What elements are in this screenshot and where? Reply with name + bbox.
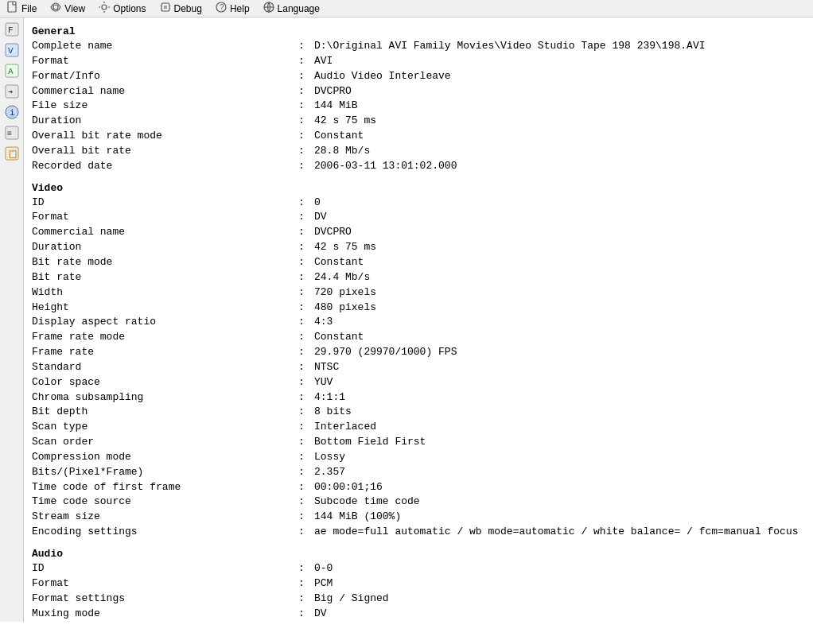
row-colon: : — [298, 255, 314, 270]
row-value: 144 MiB — [314, 99, 805, 114]
row-key: Complete name — [32, 39, 298, 54]
debug-icon — [159, 1, 172, 16]
sidebar-icon-4[interactable]: ➜ — [3, 83, 21, 100]
row-value: 42 s 75 ms — [314, 240, 805, 255]
svg-text:➜: ➜ — [8, 88, 13, 97]
svg-point-2 — [102, 5, 107, 10]
sidebar-icon-5[interactable]: i — [3, 103, 21, 121]
table-row: Bit rate: 24.4 Mb/s — [32, 270, 805, 285]
row-colon: : — [298, 420, 314, 435]
table-row: Complete name: D:\Original AVI Family Mo… — [32, 39, 805, 54]
menu-options[interactable]: Options — [95, 0, 149, 17]
row-colon: : — [298, 375, 314, 390]
general-header: General — [32, 25, 805, 37]
table-row: Chroma subsampling: 4:1:1 — [32, 390, 805, 405]
row-colon: : — [298, 405, 314, 420]
sidebar-icon-2[interactable]: V — [3, 41, 21, 59]
row-value: D:\Original AVI Family Movies\Video Stud… — [314, 39, 805, 54]
table-row: ID: 0 — [32, 196, 805, 211]
row-colon: : — [298, 330, 314, 345]
row-value: Interlaced — [314, 420, 805, 435]
row-colon: : — [298, 240, 314, 255]
row-colon: : — [298, 561, 314, 576]
sidebar-icon-1[interactable]: F — [3, 21, 21, 38]
row-colon: : — [298, 210, 314, 225]
row-colon: : — [298, 129, 314, 144]
audio-section: ID: 0-0Format: PCMFormat settings: Big /… — [32, 561, 805, 622]
table-row: Height: 480 pixels — [32, 301, 805, 316]
row-value: PCM — [314, 576, 805, 592]
table-row: Stream size: 144 MiB (100%) — [32, 510, 805, 525]
svg-text:F: F — [8, 25, 14, 35]
table-row: Format: DV — [32, 210, 805, 225]
row-value: 4:1:1 — [314, 390, 805, 405]
row-value: DVCPRO — [314, 84, 805, 99]
row-colon: : — [298, 607, 314, 622]
video-section: ID: 0Format: DVCommercial name: DVCPRODu… — [32, 196, 805, 540]
row-key: Bits/(Pixel*Frame) — [32, 465, 298, 480]
row-value: 720 pixels — [314, 285, 805, 301]
table-row: Muxing mode, more info: Muxed in Video #… — [32, 621, 805, 622]
table-row: Duration: 42 s 75 ms — [32, 114, 805, 129]
language-icon — [263, 1, 275, 16]
row-colon: : — [298, 159, 314, 174]
row-key: Format/Info — [32, 69, 298, 84]
sidebar-icon-7[interactable]: 📋 — [3, 145, 21, 162]
row-colon: : — [298, 285, 314, 301]
table-row: Recorded date: 2006-03-11 13:01:02.000 — [32, 159, 805, 174]
table-row: Frame rate: 29.970 (29970/1000) FPS — [32, 345, 805, 360]
row-colon: : — [298, 480, 314, 495]
menu-debug[interactable]: Debug — [156, 0, 205, 17]
row-value: Big / Signed — [314, 592, 805, 607]
table-row: Bits/(Pixel*Frame): 2.357 — [32, 465, 805, 480]
row-key: ID — [32, 561, 298, 576]
row-value: 8 bits — [314, 405, 805, 420]
menu-help[interactable]: ? Help — [212, 0, 253, 17]
row-colon: : — [298, 345, 314, 360]
options-icon — [98, 1, 111, 16]
row-value: 0 — [314, 196, 805, 211]
row-value: Muxed in Video #1 — [314, 621, 805, 622]
row-value: Constant — [314, 330, 805, 345]
row-key: Color space — [32, 375, 298, 390]
row-value: ae mode=full automatic / wb mode=automat… — [314, 525, 805, 540]
menubar: File View Options Debug ? Help Language — [0, 0, 813, 17]
row-value: DV — [314, 210, 805, 225]
row-key: Format settings — [32, 592, 298, 607]
row-value: 4:3 — [314, 315, 805, 330]
general-section: Complete name: D:\Original AVI Family Mo… — [32, 39, 805, 174]
row-colon: : — [298, 576, 314, 592]
row-value: 2006-03-11 13:01:02.000 — [314, 159, 805, 174]
menu-file[interactable]: File — [3, 0, 40, 17]
svg-text:📋: 📋 — [8, 149, 18, 159]
menu-language[interactable]: Language — [259, 0, 323, 17]
table-row: Format: PCM — [32, 576, 805, 592]
menu-view[interactable]: View — [46, 0, 88, 17]
svg-text:V: V — [8, 46, 14, 56]
sidebar-icon-3[interactable]: A — [3, 62, 21, 80]
row-key: Duration — [32, 240, 298, 255]
row-key: Standard — [32, 360, 298, 375]
table-row: Format: AVI — [32, 54, 805, 69]
row-value: 00:00:01;16 — [314, 480, 805, 495]
row-value: 0-0 — [314, 561, 805, 576]
row-key: Display aspect ratio — [32, 315, 298, 330]
video-header: Video — [32, 182, 805, 194]
row-value: 2.357 — [314, 465, 805, 480]
row-key: Scan order — [32, 435, 298, 450]
row-colon: : — [298, 39, 314, 54]
row-key: Muxing mode, more info — [32, 621, 298, 622]
row-colon: : — [298, 435, 314, 450]
row-value: NTSC — [314, 360, 805, 375]
row-value: 29.970 (29970/1000) FPS — [314, 345, 805, 360]
svg-text:≡: ≡ — [7, 130, 12, 138]
help-icon: ? — [215, 1, 228, 16]
row-value: 42 s 75 ms — [314, 114, 805, 129]
sidebar-icon-6[interactable]: ≡ — [3, 124, 21, 142]
svg-text:i: i — [10, 108, 15, 118]
row-colon: : — [298, 69, 314, 84]
row-key: Duration — [32, 114, 298, 129]
row-value: Subcode time code — [314, 495, 805, 510]
row-colon: : — [298, 510, 314, 525]
row-value: Constant — [314, 255, 805, 270]
